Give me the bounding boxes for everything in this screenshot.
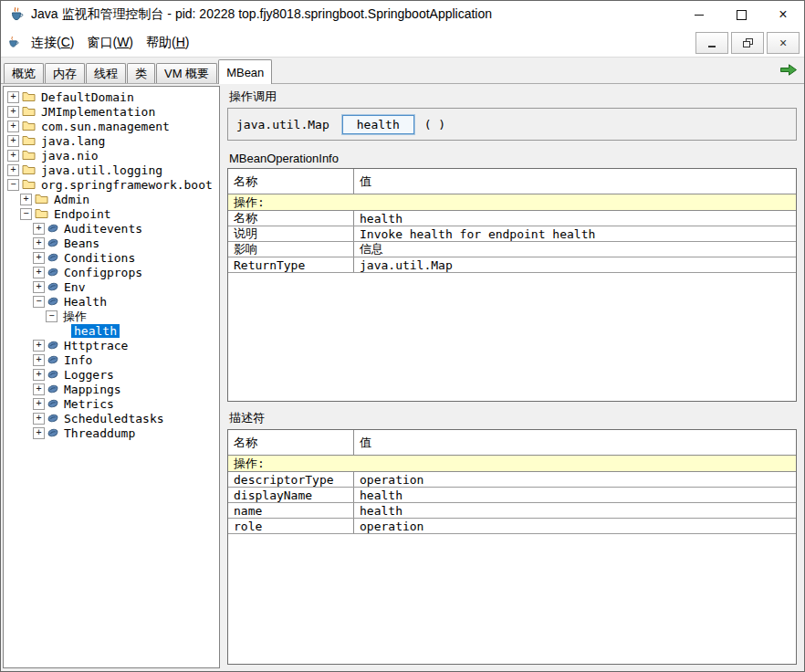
expand-icon[interactable]: +	[7, 150, 19, 162]
expand-icon[interactable]: +	[33, 413, 45, 425]
tree-item-label[interactable]: java.lang	[38, 134, 108, 148]
tree-item-label[interactable]: Scheduledtasks	[61, 412, 167, 425]
expand-icon[interactable]: +	[33, 267, 45, 278]
column-header-value[interactable]: 值	[354, 430, 796, 455]
collapse-icon[interactable]: −	[20, 208, 32, 220]
tree-item-label[interactable]: Info	[61, 353, 95, 367]
tree-item-label[interactable]: Beans	[61, 236, 102, 250]
tree-item-beans[interactable]: +Beans	[4, 236, 219, 250]
table-row[interactable]: 说明Invoke health for endpoint health	[228, 226, 796, 242]
tree-item-label[interactable]: Auditevents	[61, 222, 145, 236]
tree-item-label[interactable]: org.springframework.boot	[38, 178, 215, 192]
expand-icon[interactable]: +	[7, 121, 19, 132]
table-row[interactable]: 名称health	[228, 211, 796, 226]
table-row[interactable]: namehealth	[228, 503, 796, 519]
tree-item-jmimplementation[interactable]: +JMImplementation	[4, 104, 219, 119]
table-row[interactable]: 影响信息	[228, 242, 796, 257]
column-header-value[interactable]: 值	[354, 169, 796, 194]
tree-item-操作[interactable]: −操作	[4, 309, 219, 323]
tree-item-label[interactable]: Configprops	[61, 266, 145, 279]
tree-item-label[interactable]: JMImplementation	[38, 105, 158, 119]
table-row[interactable]: roleoperation	[228, 519, 796, 534]
tree-item-conditions[interactable]: +Conditions	[4, 250, 219, 265]
expand-icon[interactable]: +	[33, 223, 45, 235]
tree-item-label[interactable]: Env	[61, 280, 88, 294]
tab-线程[interactable]: 线程	[86, 63, 126, 83]
tree-item-java.nio[interactable]: +java.nio	[4, 148, 219, 163]
menu-item-c[interactable]: 连接(C)	[25, 30, 80, 56]
tree-item-threaddump[interactable]: +Threaddump	[4, 425, 219, 440]
mdi-minimize-button[interactable]	[695, 32, 728, 54]
tree-item-org.springframework.boot[interactable]: −org.springframework.boot	[4, 177, 219, 192]
column-header-name[interactable]: 名称	[228, 430, 354, 455]
tree-item-label[interactable]: Httptrace	[61, 339, 131, 352]
tree-item-health[interactable]: −Health	[4, 294, 219, 309]
tree-item-label[interactable]: java.nio	[38, 149, 101, 163]
tree-item-label[interactable]: java.util.logging	[38, 163, 165, 177]
tree-item-label[interactable]: Endpoint	[51, 207, 114, 221]
tree-item-label[interactable]: Admin	[51, 193, 92, 206]
tab-vm-概要[interactable]: VM 概要	[156, 63, 217, 83]
expand-icon[interactable]: +	[33, 340, 45, 352]
tree-item-label[interactable]: Conditions	[61, 251, 138, 265]
table-row[interactable]: descriptorTypeoperation	[228, 472, 796, 488]
tab-内存[interactable]: 内存	[45, 63, 85, 83]
tree-item-label[interactable]: DefaultDomain	[38, 90, 137, 104]
tree-item-label[interactable]: Threaddump	[61, 426, 138, 440]
tree-item-mappings[interactable]: +Mappings	[4, 382, 219, 396]
expand-icon[interactable]: +	[33, 369, 45, 381]
expand-icon[interactable]: +	[7, 164, 19, 176]
maximize-button[interactable]	[720, 1, 762, 28]
expand-icon[interactable]: +	[7, 106, 19, 118]
mdi-close-button[interactable]: ×	[767, 32, 800, 54]
tree-item-info[interactable]: +Info	[4, 352, 219, 367]
table-row[interactable]: ReturnTypejava.util.Map	[228, 257, 796, 273]
collapse-icon[interactable]: −	[33, 296, 45, 308]
expand-icon[interactable]: +	[33, 398, 45, 410]
collapse-icon[interactable]: −	[46, 310, 58, 322]
expand-icon[interactable]: +	[33, 354, 45, 366]
table-row[interactable]: displayNamehealth	[228, 488, 796, 503]
mdi-restore-button[interactable]	[731, 32, 764, 54]
expand-icon[interactable]: +	[7, 135, 19, 147]
tree-item-endpoint[interactable]: −Endpoint	[4, 206, 219, 221]
close-button[interactable]: ×	[762, 1, 804, 28]
tree-item-label[interactable]: Loggers	[61, 368, 117, 382]
tree-item-env[interactable]: +Env	[4, 279, 219, 294]
tree-item-java.lang[interactable]: +java.lang	[4, 133, 219, 148]
menu-item-h[interactable]: 帮助(H)	[140, 30, 195, 56]
tree-item-com.sun.management[interactable]: +com.sun.management	[4, 119, 219, 133]
tree-item-label[interactable]: Metrics	[61, 397, 117, 411]
tree-item-label[interactable]: health	[71, 324, 120, 338]
tree-item-label[interactable]: Health	[61, 295, 110, 309]
tree-item-loggers[interactable]: +Loggers	[4, 367, 219, 382]
tree-item-label[interactable]: 操作	[60, 310, 89, 323]
tree-item-admin[interactable]: +Admin	[4, 192, 219, 206]
tree-item-label[interactable]: Mappings	[61, 383, 124, 396]
expand-icon[interactable]: +	[33, 281, 45, 293]
expand-icon[interactable]: +	[33, 237, 45, 249]
tree-item-label[interactable]: com.sun.management	[38, 120, 172, 133]
tree-item-metrics[interactable]: +Metrics	[4, 396, 219, 411]
tree-item-scheduledtasks[interactable]: +Scheduledtasks	[4, 411, 219, 425]
expand-icon[interactable]: +	[7, 91, 19, 103]
expand-icon[interactable]: +	[33, 427, 45, 439]
tree-item-health[interactable]: health	[4, 323, 219, 338]
minimize-button[interactable]	[678, 1, 720, 28]
menu-item-w[interactable]: 窗口(W)	[80, 30, 140, 56]
expand-icon[interactable]: +	[33, 383, 45, 395]
tree-item-configprops[interactable]: +Configprops	[4, 265, 219, 279]
mbean-icon	[47, 427, 58, 438]
tab-类[interactable]: 类	[127, 63, 155, 83]
tree-item-java.util.logging[interactable]: +java.util.logging	[4, 163, 219, 177]
collapse-icon[interactable]: −	[7, 179, 19, 191]
expand-icon[interactable]: +	[20, 194, 32, 205]
tree-item-defaultdomain[interactable]: +DefaultDomain	[4, 89, 219, 104]
tab-概览[interactable]: 概览	[4, 63, 44, 83]
column-header-name[interactable]: 名称	[228, 169, 354, 194]
expand-icon[interactable]: +	[33, 252, 45, 264]
invoke-health-button[interactable]: health	[342, 115, 414, 134]
tree-item-httptrace[interactable]: +Httptrace	[4, 338, 219, 352]
tab-mbean[interactable]: MBean	[218, 59, 272, 84]
tree-item-auditevents[interactable]: +Auditevents	[4, 221, 219, 236]
